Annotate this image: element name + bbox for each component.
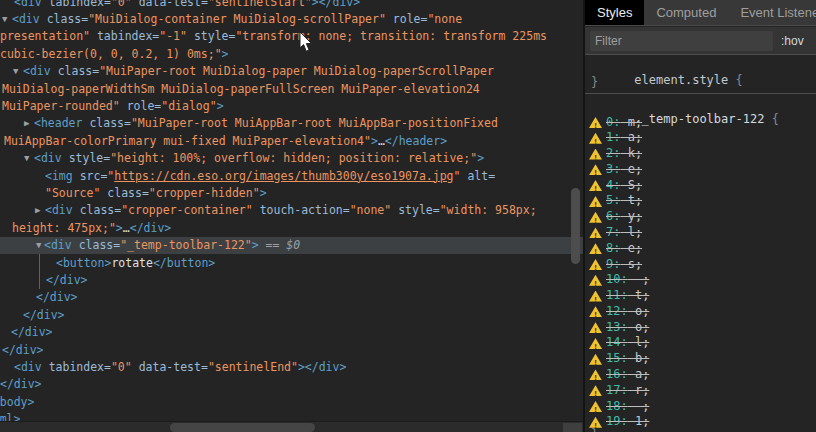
warning-icon [589,212,602,223]
dom-node-dialog-paper-wrap1[interactable]: MuiDialog-paperWidthSm MuiDialog-paperFu… [0,81,583,98]
dom-node-markup: MuiAppBar-colorPrimary mui-fixed MuiPape… [4,133,447,150]
invalid-css-property: 7: l; [606,225,642,241]
invalid-css-property: 18: -; [606,399,649,415]
dom-node-markup: cubic-bezier(0, 0, 0.2, 1) 0ms;"> [0,46,229,63]
dom-close-outer[interactable]: </div> [0,342,583,359]
vertical-scrollbar-thumb[interactable] [571,188,580,264]
collapse-arrow-icon[interactable]: ▼ [24,150,29,167]
css-property-row[interactable]: 12: o; [585,304,816,320]
warning-icon [589,180,602,191]
collapse-arrow-icon[interactable]: ▼ [2,11,7,28]
dom-node-dialog-container-wrap2[interactable]: cubic-bezier(0, 0, 0.2, 1) 0ms;"> [0,46,583,63]
filter-bar: :hov [585,27,816,55]
expand-arrow-icon[interactable]: ▶ [24,115,29,132]
collapse-arrow-icon[interactable]: ▼ [13,63,18,80]
expand-arrow-icon[interactable]: ▶ [35,202,40,219]
element-style-close-brace: } [591,75,598,90]
dom-close-body[interactable]: </body> [0,394,583,411]
dom-node-dialog-paper-wrap2[interactable]: MuiPaper-rounded" role="dialog"> [0,98,583,115]
invalid-css-property: 2: k; [606,146,642,162]
invalid-css-property: 4: S; [606,178,642,194]
css-property-row[interactable]: 10: -; [585,272,816,288]
dom-node-temp-toolbar-selected[interactable]: ▼<div class="_temp-toolbar-122"> == $0 [0,237,583,254]
invalid-css-property: 17: r; [606,383,649,399]
css-property-row[interactable]: 0: m; [585,115,816,131]
dom-close-dialog-container[interactable]: </div> [0,324,583,341]
dom-node-cropper-container[interactable]: ▶<div class="cropper-container" touch-ac… [0,202,583,219]
invalid-css-property: 19: 1; [606,414,649,430]
invalid-css-property: 5: t; [606,193,642,209]
warning-icon [589,291,602,302]
css-property-row[interactable]: 8: e; [585,241,816,257]
invalid-css-property: 16: a; [606,367,649,383]
dom-close-dialog-paper[interactable]: </div> [0,307,583,324]
css-property-row[interactable]: 2: k; [585,146,816,162]
css-property-row[interactable]: 1: a; [585,130,816,146]
warning-icon [589,133,602,144]
css-property-row[interactable]: 7: l; [585,225,816,241]
dom-node-appbar-header-wrap1[interactable]: MuiAppBar-colorPrimary mui-fixed MuiPape… [0,133,583,150]
dom-node-sentinel-end[interactable]: <div tabindex="0" data-test="sentinelEnd… [0,359,583,376]
invalid-css-property: 3: e; [606,162,642,178]
dom-node-appbar-header[interactable]: ▶<header class="MuiPaper-root MuiAppBar-… [0,115,583,132]
css-property-row[interactable]: 13: o; [585,320,816,336]
dom-close-temp-toolbar[interactable]: </div> [0,272,583,289]
devtools-window: <div tabindex="0" data-test="sentinelSta… [0,0,816,432]
warning-icon [589,369,602,380]
dom-node-markup: </div> [46,272,88,289]
open-brace: { [736,73,743,87]
dom-close-root[interactable]: </div> [0,376,583,393]
dom-node-img-source[interactable]: <img src="https://cdn.eso.org/images/thu… [0,168,583,185]
warning-icon [589,322,602,333]
dom-node-markup: MuiPaper-rounded" role="dialog"> [2,98,224,115]
dom-node-sentinel-start[interactable]: <div tabindex="0" data-test="sentinelSta… [0,0,583,11]
css-property-row[interactable]: 4: S; [585,178,816,194]
dom-node-img-source-wrap1[interactable]: "Source" class="cropper-hidden"> [0,185,583,202]
dom-node-markup: <div tabindex="0" data-test="sentinelEnd… [14,359,346,376]
horizontal-scrollbar[interactable] [0,421,583,432]
dom-node-height-wrapper[interactable]: ▼<div style="height: 100%; overflow: hid… [0,150,583,167]
dom-node-rotate-button[interactable]: <button>rotate</button> [0,255,583,272]
warning-icon [589,243,602,254]
styles-filter-input[interactable] [590,31,773,51]
invalid-css-property: 12: o; [606,304,649,320]
dom-node-markup: <button>rotate</button> [56,255,215,272]
warning-icon [589,275,602,286]
warning-icon [589,306,602,317]
dom-node-markup: <div style="height: 100%; overflow: hidd… [34,150,484,167]
invalid-css-property: 1: a; [606,130,642,146]
css-property-row[interactable]: 14: l; [585,335,816,351]
warning-icon [589,149,602,160]
css-property-row[interactable]: 19: 1; [585,414,816,430]
dom-close-height-wrapper[interactable]: </div> [0,289,583,306]
warning-icon [589,196,602,207]
css-property-row[interactable]: 15: b; [585,351,816,367]
dom-node-markup: <div class="MuiPaper-root MuiDialog-pape… [23,63,494,80]
hov-pseudo-toggle[interactable]: :hov [781,34,804,48]
dom-node-markup: <div class="cropper-container" touch-act… [45,202,537,219]
dom-node-cropper-container-wrap1[interactable]: height: 475px;">…</div> [0,220,583,237]
dom-node-dialog-paper[interactable]: ▼<div class="MuiPaper-root MuiDialog-pap… [0,63,583,80]
css-property-row[interactable]: 18: -; [585,399,816,415]
elements-panel[interactable]: <div tabindex="0" data-test="sentinelSta… [0,0,583,432]
css-property-row[interactable]: 5: t; [585,193,816,209]
dom-node-markup: <div tabindex="0" data-test="sentinelSta… [14,0,360,11]
collapse-arrow-icon[interactable]: ▼ [36,237,41,254]
tab-styles[interactable]: Styles [585,0,644,25]
css-property-row[interactable]: 6: y; [585,209,816,225]
horizontal-scrollbar-thumb[interactable] [170,423,315,432]
css-property-row[interactable]: 11: t; [585,288,816,304]
dom-node-dialog-container-wrap1[interactable]: presentation" tabindex="-1" style="trans… [0,28,583,45]
css-property-row[interactable]: 9: s; [585,257,816,273]
invalid-css-property: 15: b; [606,351,649,367]
styles-tabbar: StylesComputedEvent Listeners [585,0,816,26]
css-property-row[interactable]: 3: e; [585,162,816,178]
css-property-row[interactable]: 16: a; [585,367,816,383]
tab-computed[interactable]: Computed [644,0,728,25]
invalid-css-property: 13: o; [606,320,649,336]
css-property-row[interactable]: 17: r; [585,383,816,399]
dom-node-markup: </body> [0,394,34,411]
tab-event-listeners[interactable]: Event Listeners [728,0,816,25]
dom-node-markup: height: 475px;">…</div> [12,220,171,237]
dom-node-dialog-container[interactable]: ▼<div class="MuiDialog-container MuiDial… [0,11,583,28]
